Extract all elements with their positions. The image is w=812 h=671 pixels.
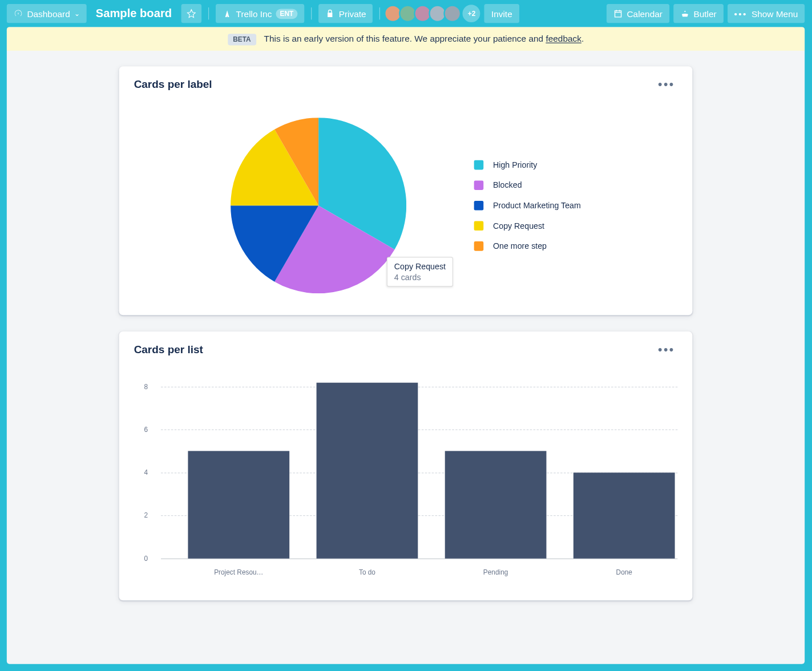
calendar-label: Calendar	[627, 9, 662, 19]
dashboard-icon	[14, 9, 23, 18]
lock-icon	[325, 9, 335, 18]
grid-line	[161, 430, 677, 430]
bar[interactable]	[573, 472, 675, 559]
legend-swatch	[474, 241, 484, 251]
calendar-icon	[613, 9, 623, 18]
legend-label: One more step	[493, 241, 547, 251]
banner-text: This is an early version of this feature…	[264, 34, 546, 44]
legend-item[interactable]: One more step	[474, 241, 581, 251]
divider	[379, 7, 380, 19]
y-tick-label: 8	[144, 383, 148, 390]
x-tick-label: To do	[317, 569, 418, 576]
x-tick-label: Done	[573, 569, 675, 576]
legend-swatch	[474, 180, 484, 190]
chevron-down-icon: ⌄	[74, 10, 79, 17]
privacy-button[interactable]: Private	[318, 4, 373, 23]
avatar[interactable]	[444, 5, 462, 22]
dashboard-scroll[interactable]: Cards per label ••• High PriorityBlocked…	[7, 52, 805, 664]
show-menu-button[interactable]: ••• Show Menu	[728, 4, 805, 23]
x-tick-label: Project Resou…	[188, 569, 289, 576]
legend-item[interactable]: Product Marketing Team	[474, 201, 581, 211]
bar-chart: 02468Project Resou…To doPendingDone	[134, 369, 678, 585]
board-canvas: BETA This is an early version of this fe…	[7, 27, 805, 664]
legend-swatch	[474, 221, 484, 231]
chart-title: Cards per list	[134, 343, 203, 355]
tooltip-title: Copy Request	[394, 262, 446, 272]
butler-label: Butler	[693, 9, 716, 19]
privacy-label: Private	[339, 9, 366, 19]
bar[interactable]	[317, 382, 418, 559]
divider	[208, 7, 209, 19]
chart-tooltip: Copy Request 4 cards	[387, 257, 453, 286]
cards-per-list-card: Cards per list ••• 02468Project Resou…To…	[119, 332, 693, 601]
feedback-link[interactable]: feedback	[546, 34, 581, 44]
pie-chart	[231, 118, 406, 293]
board-title[interactable]: Sample board	[90, 7, 177, 21]
view-switcher-label: Dashboard	[27, 9, 70, 19]
grid-line	[161, 559, 677, 559]
org-button[interactable]: Trello Inc ENT	[216, 4, 304, 23]
star-button[interactable]	[181, 4, 202, 23]
legend-label: High Priority	[493, 160, 537, 170]
butler-icon	[680, 9, 690, 18]
chart-title: Cards per label	[134, 78, 212, 90]
y-tick-label: 6	[144, 426, 148, 433]
pie-legend: High PriorityBlockedProduct Marketing Te…	[474, 160, 581, 251]
more-members[interactable]: +2	[463, 5, 480, 22]
org-tier-badge: ENT	[276, 9, 297, 19]
beta-badge: BETA	[228, 34, 256, 45]
chart-menu-button[interactable]: •••	[655, 81, 677, 88]
bar[interactable]	[445, 451, 547, 559]
grid-line	[161, 387, 677, 387]
star-icon	[187, 9, 196, 18]
legend-label: Copy Request	[493, 221, 544, 231]
org-name: Trello Inc	[236, 9, 272, 19]
y-tick-label: 4	[144, 469, 148, 476]
tooltip-sub: 4 cards	[394, 273, 446, 282]
y-tick-label: 2	[144, 512, 148, 519]
legend-swatch	[474, 160, 484, 170]
beta-banner: BETA This is an early version of this fe…	[7, 27, 805, 50]
legend-swatch	[474, 201, 484, 211]
butler-button[interactable]: Butler	[673, 4, 724, 23]
chart-menu-button[interactable]: •••	[655, 346, 677, 353]
member-avatars[interactable]: +2	[387, 5, 480, 22]
atlassian-icon	[223, 9, 232, 18]
invite-button[interactable]: Invite	[484, 4, 519, 23]
legend-label: Product Marketing Team	[493, 201, 581, 211]
y-tick-label: 0	[144, 555, 148, 562]
legend-item[interactable]: Copy Request	[474, 221, 581, 231]
legend-item[interactable]: High Priority	[474, 160, 581, 170]
divider	[311, 7, 312, 19]
legend-label: Blocked	[493, 180, 522, 190]
banner-after: .	[581, 34, 584, 44]
cards-per-label-card: Cards per label ••• High PriorityBlocked…	[119, 66, 693, 315]
show-menu-label: Show Menu	[752, 9, 798, 19]
board-header: Dashboard ⌄ Sample board Trello Inc ENT …	[0, 0, 811, 27]
more-icon: •••	[734, 9, 748, 19]
legend-item[interactable]: Blocked	[474, 180, 581, 190]
bar[interactable]	[188, 451, 289, 559]
x-tick-label: Pending	[445, 569, 547, 576]
view-switcher[interactable]: Dashboard ⌄	[7, 4, 86, 23]
calendar-button[interactable]: Calendar	[607, 4, 669, 23]
